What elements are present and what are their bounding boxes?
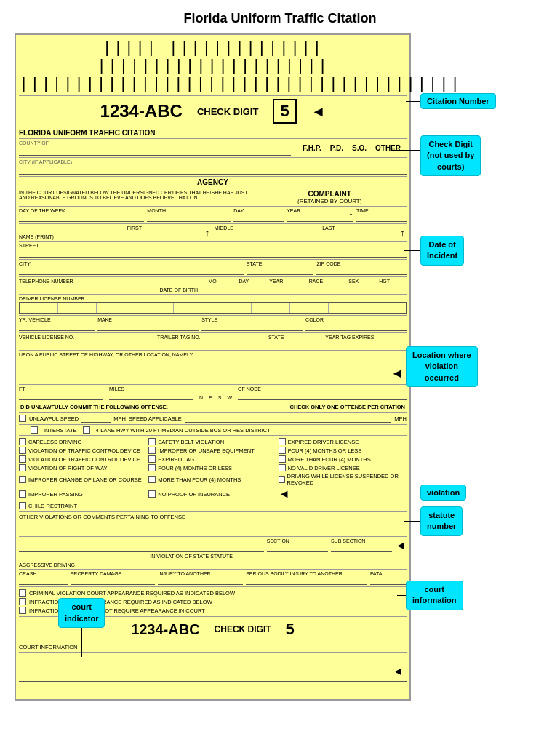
court-info-area[interactable]: ◄ bbox=[19, 653, 407, 682]
month-label: MONTH bbox=[147, 208, 166, 213]
child-restraint-checkbox[interactable] bbox=[19, 502, 26, 509]
citation-number: 1234-ABC bbox=[100, 101, 183, 121]
traffic-control1-checkbox[interactable] bbox=[19, 447, 26, 454]
check-digit-value: 5 bbox=[273, 99, 296, 124]
aggressive-driving-label: AGGRESSIVE DRIVING bbox=[19, 562, 75, 567]
pd-option[interactable]: P.D. bbox=[330, 144, 343, 152]
change-lane-label: IMPROPER CHANGE OF LANE OR COURSE bbox=[28, 477, 142, 483]
day-of-week-label: DAY OF THE WEEK bbox=[19, 208, 65, 213]
more-four-months1-checkbox[interactable] bbox=[279, 455, 286, 463]
injury-another-label: INJURY TO ANOTHER bbox=[158, 571, 210, 576]
year-tag-label: YEAR TAG EXPIRES bbox=[325, 335, 374, 340]
property-damage-label: PROPERTY DAMAGE bbox=[71, 571, 122, 576]
child-restraint-label: CHILD RESTRAINT bbox=[28, 503, 77, 509]
check-digit-label: CHECK DIGIT bbox=[197, 106, 259, 117]
court-indicator-callout: courtindicator bbox=[58, 598, 105, 628]
more-four-months2-checkbox[interactable] bbox=[148, 476, 156, 483]
last-label: LAST bbox=[322, 226, 335, 231]
other-violations-label: OTHER VIOLATIONS OR COMMENTS PERTAINING … bbox=[19, 512, 407, 522]
so-option[interactable]: S.O. bbox=[352, 144, 367, 152]
violation-callout: violation bbox=[420, 485, 466, 501]
hgt-label: HGT bbox=[379, 279, 390, 284]
unlawful-speed-checkbox[interactable] bbox=[19, 415, 26, 422]
phone-label: TELEPHONE NUMBER bbox=[19, 279, 73, 284]
violation-arrow: ◄ bbox=[279, 487, 290, 501]
four-lane-checkbox[interactable] bbox=[83, 426, 90, 434]
crash-label: CRASH bbox=[19, 571, 37, 576]
form-title: FLORIDA UNIFORM TRAFFIC CITATION bbox=[19, 129, 156, 137]
color-label: COLOR bbox=[305, 317, 324, 322]
s-label: S bbox=[218, 395, 222, 400]
four-months-less1-checkbox[interactable] bbox=[279, 447, 286, 454]
city-label: CITY (IF APPLICABLE) bbox=[19, 159, 407, 164]
city-field-label: CITY bbox=[19, 261, 31, 266]
statute-arrow: ◄ bbox=[395, 539, 407, 552]
style-label: STYLE bbox=[201, 317, 217, 322]
infraction-court-checkbox[interactable] bbox=[19, 598, 26, 605]
first-label: FIRST bbox=[127, 226, 142, 231]
four-lane-label: 4-LANE HWY WITH 20 FT MEDIAN OUTSIDE BUS… bbox=[96, 427, 271, 434]
sub-section-label: SUB SECTION bbox=[331, 538, 365, 543]
date-of-incident-callout: Date ofIncident bbox=[420, 236, 464, 266]
four-months-less1-label: FOUR (4) MONTHS OR LESS bbox=[288, 447, 362, 454]
trailer-tag-label: TRAILER TAG NO. bbox=[157, 335, 201, 340]
location-callout: Location whereviolationoccurred bbox=[406, 346, 478, 387]
serious-bodily-label: SERIOUS BODILY INJURY TO ANOTHER bbox=[246, 571, 343, 576]
make-label: MAKE bbox=[97, 317, 112, 322]
right-of-way-checkbox[interactable] bbox=[19, 464, 26, 471]
miles-label: MILES bbox=[109, 386, 124, 391]
year2-label: YEAR bbox=[269, 279, 283, 284]
safety-belt-checkbox[interactable] bbox=[148, 438, 156, 445]
traffic-control2-label: VIOLATION OF TRAFFIC CONTROL DEVICE bbox=[28, 456, 140, 463]
location-area[interactable]: ◄ bbox=[19, 359, 407, 385]
citation-number-row: 1234-ABC CHECK DIGIT 5 ◄ bbox=[19, 96, 407, 127]
agency-label: AGENCY bbox=[19, 177, 407, 188]
in-violation-label: IN VIOLATION OF STATE STATUTE bbox=[150, 554, 233, 559]
no-proof-insurance-checkbox[interactable] bbox=[148, 490, 156, 498]
section-label: SECTION bbox=[267, 538, 289, 543]
improper-passing-label: IMPROPER PASSING bbox=[28, 491, 83, 498]
infraction-no-court-checkbox[interactable] bbox=[19, 607, 26, 614]
time-label: TIME bbox=[356, 208, 369, 213]
court-info-arrow: ◄ bbox=[392, 665, 404, 678]
careless-driving-checkbox[interactable] bbox=[19, 438, 26, 445]
bottom-check-label: CHECK DIGIT bbox=[215, 624, 271, 634]
day-label: DAY bbox=[233, 208, 244, 213]
citation-number-callout: Citation Number bbox=[420, 93, 496, 109]
ft-label: FT. bbox=[19, 386, 26, 391]
improper-passing-checkbox[interactable] bbox=[19, 490, 26, 498]
sex-label: SEX bbox=[348, 279, 359, 284]
fhp-option[interactable]: F.H.P. bbox=[303, 144, 321, 152]
infraction-court-label: INFRACTION COURT APPEARANCE REQUIRED AS … bbox=[29, 599, 212, 605]
criminal-court-checkbox[interactable] bbox=[19, 589, 26, 597]
state2-label: STATE bbox=[268, 335, 284, 340]
unlawful-speed-label: UNLAWFUL SPEED bbox=[29, 415, 79, 422]
statute-callout: statutenumber bbox=[420, 506, 463, 536]
no-valid-dl-checkbox[interactable] bbox=[279, 464, 286, 471]
improper-unsafe-checkbox[interactable] bbox=[148, 447, 156, 454]
complaint-label: COMPLAINT bbox=[252, 190, 407, 198]
infraction-no-court-label: INFRACTION WHICH DOES NOT REQUIRE APPEAR… bbox=[29, 607, 205, 614]
traffic-control2-checkbox[interactable] bbox=[19, 455, 26, 463]
expired-tag-checkbox[interactable] bbox=[148, 455, 156, 463]
driver-license-label: DRIVER LICENSE NUMBER bbox=[19, 296, 85, 301]
vehicle-license-label: VEHICLE LICENSE NO. bbox=[19, 335, 74, 340]
expired-dl-checkbox[interactable] bbox=[279, 438, 286, 445]
arrow-icon: ◄ bbox=[311, 103, 326, 120]
four-months-less2-checkbox[interactable] bbox=[148, 464, 156, 471]
interstate-checkbox[interactable] bbox=[31, 426, 38, 434]
driving-suspended-label: DRIVING WHILE LICENSE SUSPENDED OR REVOK… bbox=[287, 473, 407, 486]
traffic-control1-label: VIOLATION OF TRAFFIC CONTROL DEVICE bbox=[28, 447, 140, 454]
barcode: ||||| |||||||||||||| |||||||||||||||||||… bbox=[19, 38, 407, 96]
one-offense: CHECK ONLY ONE OFFENSE PER CITATION bbox=[290, 404, 406, 410]
no-proof-insurance-label: NO PROOF OF INSURANCE bbox=[158, 491, 230, 498]
year-label: YEAR bbox=[287, 208, 300, 213]
driving-suspended-checkbox[interactable] bbox=[279, 476, 285, 483]
bottom-citation-number: 1234-ABC bbox=[131, 621, 199, 638]
right-of-way-label: VIOLATION OF RIGHT-OF-WAY bbox=[28, 465, 108, 471]
no-valid-dl-label: NO VALID DRIVER LICENSE bbox=[288, 465, 360, 471]
e-label: E bbox=[209, 395, 212, 400]
change-lane-checkbox[interactable] bbox=[19, 476, 26, 483]
four-months-less2-label: FOUR (4) MONTHS OR LESS bbox=[158, 465, 232, 471]
complaint-text: IN THE COURT DESIGNATED BELOW THE UNDERS… bbox=[19, 190, 249, 204]
